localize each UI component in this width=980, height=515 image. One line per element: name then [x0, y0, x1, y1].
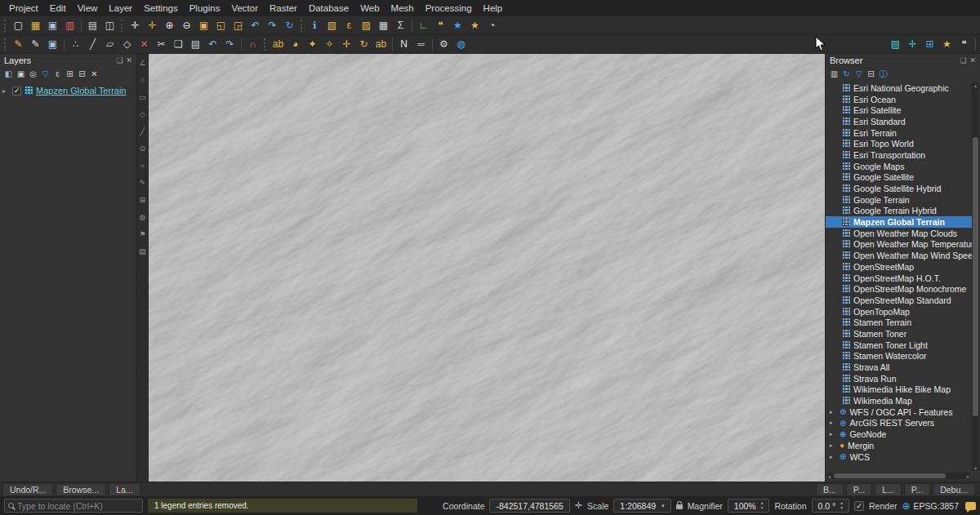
bottom-tab-p[interactable]: P... [846, 483, 872, 496]
temporal-controller-icon[interactable]: ◔ [484, 18, 500, 33]
digitize-polygon-icon[interactable]: ▱ [102, 37, 118, 52]
collapse-all-icon[interactable]: ⊟ [76, 68, 88, 80]
new-project-icon[interactable]: ▢ [11, 18, 26, 33]
lock-scale-icon[interactable] [676, 504, 683, 509]
map-canvas[interactable] [149, 54, 825, 482]
messages-icon[interactable] [965, 502, 976, 510]
browser-item-esri-terrain[interactable]: Esri Terrain [826, 127, 972, 139]
browser-item-mergin[interactable]: ▸●Mergin [826, 440, 972, 451]
scrollbar-thumb[interactable] [834, 473, 946, 478]
layer-name[interactable]: Mapzen Global Terrain [36, 86, 126, 95]
bottom-tab-l[interactable]: L... [875, 483, 902, 496]
paste-features-icon[interactable]: ▤ [188, 37, 203, 52]
expand-arrow-icon[interactable]: ▸ [830, 409, 836, 415]
favorites-star-icon[interactable]: ★ [939, 37, 955, 52]
close-panel-icon[interactable]: ✕ [969, 56, 976, 64]
manage-map-themes-icon[interactable]: ◎ [27, 68, 39, 80]
bottom-tab-p[interactable]: P... [904, 483, 930, 496]
flag-tool-icon[interactable]: ⚑ [139, 230, 145, 239]
browser-item-geonode[interactable]: ▸❋GeoNode [826, 428, 972, 440]
horizontal-scrollbar[interactable]: ◂ ▸ [827, 473, 970, 479]
bottom-tab-debu[interactable]: Debu... [933, 483, 975, 496]
bottom-tab-undo-r[interactable]: Undo/R... [2, 483, 53, 496]
change-label-icon[interactable]: ab [373, 37, 389, 52]
browser-item-wikimedia-hike-bike-map[interactable]: Wikimedia Hike Bike Map [826, 384, 972, 396]
layer-item-mapzen-global-terrain[interactable]: ▸ ✓ Mapzen Global Terrain [0, 84, 136, 97]
edit-shape-icon[interactable]: ✎ [140, 179, 146, 188]
scale-combo[interactable]: 1:206849 ▾ [613, 499, 670, 513]
scrollbar-thumb[interactable] [973, 137, 978, 417]
scroll-left-icon[interactable]: ◂ [828, 473, 831, 479]
properties-widget-icon[interactable]: ⓘ [877, 68, 889, 80]
vertex-tool-icon[interactable]: ◇ [119, 37, 135, 52]
draw-diamond-icon[interactable]: ◇ [140, 110, 145, 119]
toggle-extents-icon[interactable]: ✛ [575, 500, 582, 511]
move-vector-icon[interactable]: ✛ [905, 37, 920, 52]
save-layer-edits-icon[interactable]: ▣ [45, 37, 60, 52]
browser-item-stamen-toner[interactable]: Stamen Toner [826, 328, 972, 340]
digitize-line-icon[interactable]: ╱ [85, 37, 100, 52]
draw-rectangle-icon[interactable]: ▭ [139, 93, 146, 102]
zoom-last-icon[interactable]: ↶ [247, 18, 263, 33]
digitize-point-icon[interactable]: ∴ [68, 37, 83, 52]
spin-down-icon[interactable]: ▾ [840, 506, 843, 511]
layout-tool-icon[interactable]: ▤ [139, 247, 146, 256]
browser-item-google-satellite[interactable]: Google Satellite [826, 172, 972, 184]
highlight-labels-icon[interactable]: ✧ [322, 37, 337, 52]
menu-plugins[interactable]: Plugins [184, 2, 226, 15]
expand-arrow-icon[interactable]: ▸ [2, 87, 9, 95]
browser-item-wikimedia-map[interactable]: Wikimedia Map [826, 395, 972, 406]
spin-down-icon[interactable]: ▾ [761, 506, 764, 511]
browser-item-google-terrain-hybrid[interactable]: Google Terrain Hybrid [826, 206, 972, 217]
refresh-browser-icon[interactable]: ↻ [840, 68, 853, 80]
menu-help[interactable]: Help [478, 2, 509, 15]
coordinate-input[interactable]: -842517,4781565 [489, 499, 569, 513]
draw-segment-icon[interactable]: ╱ [140, 127, 145, 136]
browser-item-esri-national-geographic[interactable]: Esri National Geographic [826, 82, 972, 94]
new-bookmark-icon[interactable]: ★ [450, 18, 466, 33]
undo-icon[interactable]: ↶ [205, 37, 220, 52]
pan-to-selection-icon[interactable]: ✛ [145, 18, 160, 33]
select-by-expression-icon[interactable]: ε [341, 18, 357, 33]
filter-browser-icon[interactable]: ▽ [853, 68, 865, 80]
move-label-icon[interactable]: ✛ [339, 37, 354, 52]
browser-item-arcgis-rest-servers[interactable]: ▸⊕ArcGIS REST Servers [826, 418, 972, 429]
locate-input[interactable] [17, 501, 139, 511]
crs-status-button[interactable]: ⊕ EPSG:3857 [902, 500, 959, 512]
print-layout-icon[interactable]: ▤ [85, 18, 100, 33]
browser-item-esri-satellite[interactable]: Esri Satellite [826, 104, 972, 116]
browser-item-esri-transportation[interactable]: Esri Transportation [826, 149, 972, 161]
draw-curve-icon[interactable]: ≈ [140, 162, 145, 171]
collapse-all-icon[interactable]: ⊟ [865, 68, 877, 80]
measure-line-icon[interactable]: ∟ [416, 18, 431, 33]
mesh-tool-icon[interactable]: ◍ [140, 213, 146, 222]
scroll-up-icon[interactable]: ▴ [974, 82, 977, 88]
toggle-editing-icon[interactable]: ✎ [28, 37, 43, 52]
scroll-down-icon[interactable]: ▾ [974, 465, 977, 471]
snapping-icon[interactable]: ∩ [245, 37, 261, 52]
current-edits-icon[interactable]: ✎ [11, 37, 26, 52]
deselect-features-icon[interactable]: ▨ [359, 18, 374, 33]
browser-item-open-weather-map-wind-speed[interactable]: Open Weather Map Wind Speed [826, 250, 972, 261]
layer-diagram-icon[interactable]: ◕ [287, 37, 303, 52]
browser-item-google-maps[interactable]: Google Maps [826, 161, 972, 172]
locate-bar[interactable] [4, 499, 143, 513]
advanced-digitizing-icon[interactable]: ∠ [139, 59, 145, 68]
zoom-next-icon[interactable]: ↷ [265, 18, 280, 33]
browser-item-stamen-terrain[interactable]: Stamen Terrain [826, 317, 972, 328]
expand-all-icon[interactable]: ⊞ [64, 68, 76, 80]
float-panel-icon[interactable]: ❏ [960, 56, 966, 64]
rotate-label-icon[interactable]: ↻ [356, 37, 372, 52]
browser-item-strava-all[interactable]: Strava All [826, 362, 972, 373]
layer-visibility-checkbox[interactable]: ✓ [12, 87, 21, 95]
menu-mesh[interactable]: Mesh [385, 2, 420, 15]
menu-processing[interactable]: Processing [420, 2, 478, 15]
browser-item-wfs-ogc-api-features[interactable]: ▸⊕WFS / OGC API - Features [826, 406, 972, 418]
zoom-out-icon[interactable]: ⊖ [179, 18, 194, 33]
bottom-tab-browse[interactable]: Browse... [56, 483, 106, 496]
expand-arrow-icon[interactable]: ▸ [830, 454, 836, 460]
pin-labels-icon[interactable]: ✦ [305, 37, 320, 52]
redo-icon[interactable]: ↷ [222, 37, 238, 52]
vertical-scrollbar[interactable]: ▴ ▾ [972, 82, 979, 471]
browser-item-strava-run[interactable]: Strava Run [826, 373, 972, 384]
